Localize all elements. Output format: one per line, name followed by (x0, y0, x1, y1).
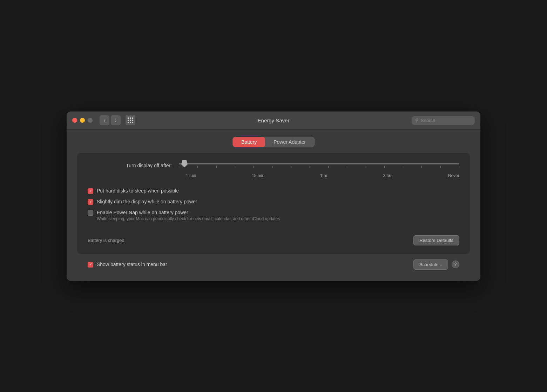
restore-defaults-button[interactable]: Restore Defaults (413, 235, 459, 245)
search-box[interactable]: ⚲ (412, 116, 475, 125)
close-button[interactable] (72, 118, 77, 123)
slider-container (179, 163, 459, 168)
panel-footer: Battery is charged. Restore Defaults (88, 230, 459, 245)
slider-mark-15min: 15 min (252, 173, 264, 178)
search-input[interactable] (421, 118, 471, 123)
slider-ticks (179, 166, 459, 168)
checkbox-row-power-nap: Enable Power Nap while on battery power … (88, 210, 459, 221)
grid-icon (128, 117, 133, 123)
schedule-button[interactable]: Schedule... (413, 259, 448, 270)
back-button[interactable]: ‹ (100, 115, 109, 125)
checkbox-show-battery[interactable]: ✓ (88, 262, 93, 268)
slider-mark-1hr: 1 hr (320, 173, 327, 178)
forward-button[interactable]: › (111, 115, 121, 125)
checkmark-icon-2: ✓ (89, 200, 92, 204)
bottom-left: ✓ Show battery status in menu bar (88, 262, 167, 268)
slider-section: Turn display off after: (88, 163, 459, 178)
checkbox-hard-disks[interactable]: ✓ (88, 188, 93, 194)
maximize-button[interactable] (88, 118, 93, 123)
main-content: Battery Power Adapter Turn display off a… (67, 130, 480, 281)
checkbox-power-nap[interactable] (88, 210, 93, 216)
slider-labels: 1 min 15 min 1 hr 3 hrs Never (186, 173, 459, 178)
help-button[interactable]: ? (452, 261, 459, 268)
checkmark-icon: ✓ (89, 189, 92, 193)
checkboxes: ✓ Put hard disks to sleep when possible … (88, 188, 459, 221)
slider-label: Turn display off after: (88, 163, 179, 168)
slider-mark-never: Never (448, 173, 459, 178)
bottom-right: Schedule... ? (413, 259, 459, 270)
checkbox-dim-display[interactable]: ✓ (88, 199, 93, 205)
slider-labels-container: 1 min 15 min 1 hr 3 hrs Never (88, 173, 459, 178)
tab-group: Battery Power Adapter (232, 137, 315, 147)
checkbox-label-hard-disks: Put hard disks to sleep when possible (97, 188, 179, 194)
show-battery-label: Show battery status in menu bar (97, 262, 167, 267)
settings-panel: Turn display off after: (77, 153, 470, 254)
traffic-lights (72, 118, 93, 123)
nav-buttons: ‹ › (100, 115, 121, 125)
tab-power-adapter[interactable]: Power Adapter (265, 137, 314, 147)
checkbox-row-hard-disks: ✓ Put hard disks to sleep when possible (88, 188, 459, 194)
checkbox-label-dim-display: Slightly dim the display while on batter… (97, 199, 197, 204)
minimize-button[interactable] (80, 118, 85, 123)
window-title: Energy Saver (140, 117, 407, 123)
tab-battery[interactable]: Battery (233, 137, 265, 147)
slider-mark-1min: 1 min (186, 173, 196, 178)
main-window: ‹ › Energy Saver ⚲ Battery Power Adapter (67, 111, 480, 281)
checkbox-row-dim-display: ✓ Slightly dim the display while on batt… (88, 199, 459, 205)
slider-track (179, 163, 459, 164)
checkmark-icon-3: ✓ (89, 263, 92, 266)
tab-bar: Battery Power Adapter (77, 137, 470, 147)
checkbox-label-power-nap: Enable Power Nap while on battery power … (97, 210, 280, 221)
grid-view-button[interactable] (126, 115, 135, 125)
titlebar: ‹ › Energy Saver ⚲ (67, 111, 480, 130)
search-icon: ⚲ (415, 118, 419, 123)
bottom-bar: ✓ Show battery status in menu bar Schedu… (77, 259, 470, 270)
slider-mark-3hrs: 3 hrs (383, 173, 392, 178)
battery-status: Battery is charged. (88, 238, 126, 243)
